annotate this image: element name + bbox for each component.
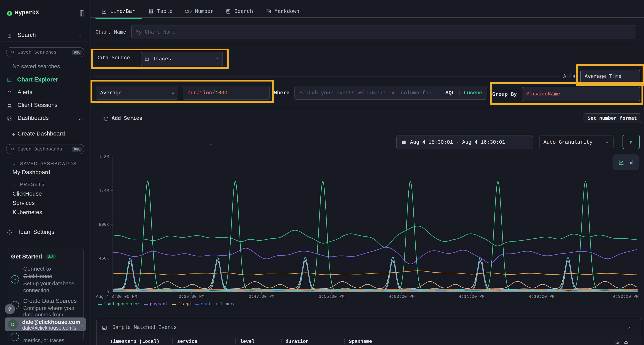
svg-text:0: 0: [106, 290, 109, 295]
svg-text:450K: 450K: [99, 256, 109, 261]
svg-text:4:30:00 PM: 4:30:00 PM: [613, 294, 639, 299]
svg-text:1.4M: 1.4M: [99, 188, 109, 193]
svg-text:4:03:00 PM: 4:03:00 PM: [389, 294, 414, 299]
svg-text:1.8M: 1.8M: [99, 155, 109, 159]
svg-text:4:19:00 PM: 4:19:00 PM: [529, 294, 554, 299]
svg-text:3:39:00 PM: 3:39:00 PM: [178, 294, 204, 299]
svg-text:Aug 4 3:30:00 PM: Aug 4 3:30:00 PM: [96, 294, 137, 299]
svg-text:3:47:00 PM: 3:47:00 PM: [249, 294, 274, 299]
svg-text:4:11:00 PM: 4:11:00 PM: [459, 294, 484, 299]
svg-text:3:55:00 PM: 3:55:00 PM: [319, 294, 344, 299]
svg-text:900K: 900K: [99, 222, 109, 227]
